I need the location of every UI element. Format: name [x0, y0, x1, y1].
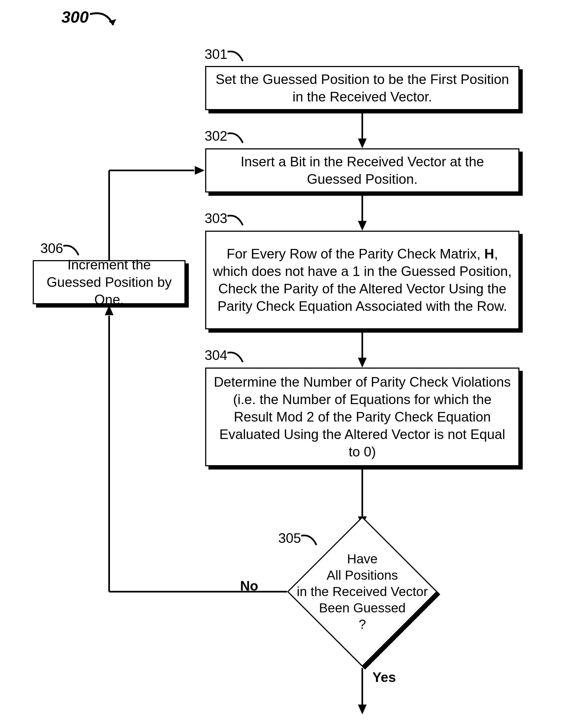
step-301-box: Set the Guessed Position to be the First…: [205, 66, 519, 110]
svg-marker-6: [358, 358, 367, 368]
edge-yes-label: Yes: [373, 669, 396, 685]
svg-marker-4: [358, 221, 367, 231]
decision-305-wrap: Have All Positions in the Received Vecto…: [309, 539, 416, 645]
step-303-hook: [226, 213, 248, 230]
step-303-text: For Every Row of the Parity Check Matrix…: [212, 245, 512, 315]
step-302-text: Insert a Bit in the Received Vector at t…: [212, 153, 512, 188]
step-302-number: 302: [204, 128, 227, 144]
figure-hook-arrow: [87, 11, 123, 35]
decision-305-text: Have All Positions in the Received Vecto…: [286, 551, 439, 633]
arrow-301-302: [357, 110, 368, 148]
step-306-box: Increment the Guessed Position by One.: [33, 260, 185, 304]
step-304-hook: [226, 350, 248, 366]
step-306-number: 306: [40, 240, 63, 256]
step-303-text-pre: For Every Row of the Parity Check Matrix…: [227, 246, 485, 261]
arrow-302-303: [357, 192, 368, 231]
step-303-box: For Every Row of the Parity Check Matrix…: [205, 231, 519, 329]
step-301-hook: [226, 49, 248, 65]
step-305-number: 305: [278, 530, 301, 546]
svg-marker-16: [195, 166, 204, 175]
svg-marker-10: [358, 705, 367, 714]
step-301-text: Set the Guessed Position to be the First…: [212, 71, 512, 106]
arrow-303-304: [357, 329, 368, 368]
step-302-hook: [226, 131, 248, 147]
step-303-text-bold: H: [484, 246, 494, 261]
step-303-number: 303: [204, 210, 227, 226]
step-302-box: Insert a Bit in the Received Vector at t…: [205, 148, 519, 192]
step-306-text: Increment the Guessed Position by One.: [40, 256, 178, 308]
step-301-number: 301: [204, 46, 227, 62]
svg-marker-2: [358, 139, 367, 148]
arrow-yes-out: [357, 668, 368, 714]
step-304-number: 304: [204, 347, 227, 363]
step-304-text: Determine the Number of Parity Check Vio…: [212, 373, 512, 461]
figure-number: 300: [61, 8, 89, 26]
edge-no-label: No: [240, 578, 258, 594]
step-304-box: Determine the Number of Parity Check Vio…: [205, 368, 519, 466]
